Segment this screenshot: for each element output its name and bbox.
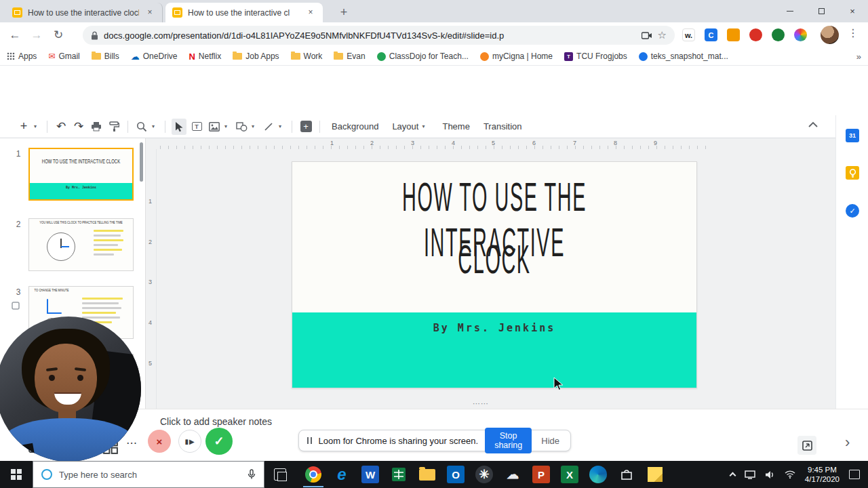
slide-thumbnail-1[interactable]: How to use the interactive clock By Mrs.… <box>28 148 134 201</box>
tab-close-icon[interactable]: × <box>144 7 155 18</box>
notes-resize-handle[interactable]: ⋯⋯ <box>473 399 489 408</box>
print-button[interactable] <box>89 119 104 135</box>
extension-green-icon[interactable] <box>772 28 785 41</box>
browser-tab-1[interactable]: How to use the interactive clock × <box>5 3 163 22</box>
network-tray-icon[interactable] <box>785 470 795 479</box>
window-minimize-button[interactable] <box>774 0 806 22</box>
tab-close-icon[interactable]: × <box>305 7 316 18</box>
taskbar-chrome-icon[interactable] <box>304 466 322 483</box>
bookmark-star-icon[interactable]: ☆ <box>658 29 667 41</box>
insert-placeholder-button[interactable]: + <box>298 119 313 135</box>
filmstrip-overflow-icon[interactable]: ⋯ <box>126 436 137 449</box>
volume-tray-icon[interactable] <box>765 470 775 479</box>
undo-button[interactable]: ↶ <box>54 119 68 135</box>
browser-menu-icon[interactable]: ⋮ <box>848 26 859 39</box>
extension-w-icon[interactable]: w. <box>682 28 695 41</box>
extension-c-icon[interactable]: C <box>705 28 717 41</box>
bookmark-evan[interactable]: Evan <box>334 52 365 61</box>
redo-button[interactable]: ↷ <box>71 119 86 135</box>
taskbar-sheets-grid-icon[interactable] <box>390 466 408 483</box>
browser-tab-2[interactable]: How to use the interactive cl × <box>165 3 323 22</box>
loom-cancel-button[interactable]: × <box>148 430 171 453</box>
textbox-tool-button[interactable]: T <box>189 119 204 135</box>
shape-caret[interactable]: ▾ <box>252 123 258 129</box>
bookmark-mycigna[interactable]: myCigna | Home <box>480 52 553 61</box>
reload-button[interactable]: ↻ <box>47 28 69 42</box>
scroll-right-icon[interactable]: › <box>845 434 850 451</box>
bookmark-tcu[interactable]: T TCU Frogjobs <box>564 52 627 61</box>
layout-button[interactable]: Layout▾ <box>387 119 434 135</box>
slide-thumbnail-2[interactable]: You will use this clock to practice tell… <box>28 218 134 271</box>
loom-finish-button[interactable]: ✓ <box>205 428 233 455</box>
bookmark-label: Apps <box>18 52 37 61</box>
taskbar-search[interactable]: Type here to search <box>33 461 264 488</box>
select-tool-button[interactable] <box>172 119 186 135</box>
tasks-panel-icon[interactable]: ✓ <box>846 204 859 218</box>
bookmark-work[interactable]: Work <box>291 52 323 61</box>
bookmark-onedrive[interactable]: ☁ OneDrive <box>131 52 178 62</box>
slide-title[interactable]: clock <box>337 237 652 283</box>
background-button[interactable]: Background <box>326 119 384 135</box>
start-button[interactable] <box>11 469 22 480</box>
hide-banner-button[interactable]: Hide <box>538 436 562 446</box>
taskbar-edge-icon[interactable]: e <box>333 466 351 483</box>
taskbar-meeting-icon[interactable]: ✳ <box>475 466 493 483</box>
slide-byline[interactable]: By Mrs. Jenkins <box>292 322 696 334</box>
extension-wheel-icon[interactable] <box>794 28 807 41</box>
task-view-button[interactable] <box>274 468 286 481</box>
window-maximize-button[interactable] <box>806 0 837 22</box>
action-center-icon[interactable] <box>849 470 860 479</box>
taskbar-outlook-icon[interactable]: O <box>447 466 465 483</box>
back-button[interactable]: ← <box>4 28 26 42</box>
bookmark-jobapps[interactable]: Job Apps <box>233 52 279 61</box>
bookmark-netflix[interactable]: N Netflix <box>189 52 221 62</box>
extension-cube-icon[interactable] <box>727 28 740 41</box>
taskbar-onedrive-icon[interactable]: ☁ <box>504 466 521 483</box>
speaker-notes-placeholder[interactable]: Click to add speaker notes <box>160 416 272 427</box>
taskbar-explorer-icon[interactable] <box>418 466 436 483</box>
taskbar-stickynotes-icon[interactable] <box>646 466 664 483</box>
taskbar-powerpoint-icon[interactable]: P <box>532 466 550 483</box>
stop-sharing-button[interactable]: Stop sharing <box>485 428 532 453</box>
tray-expand-icon[interactable] <box>729 472 736 479</box>
calendar-panel-icon[interactable]: 31 <box>846 129 859 142</box>
toolbar-collapse-icon[interactable] <box>808 121 818 127</box>
filmstrip-scrollbar[interactable] <box>140 142 143 182</box>
new-slide-caret[interactable]: ▾ <box>34 123 41 129</box>
theme-button[interactable]: Theme <box>437 119 475 135</box>
new-tab-button[interactable]: + <box>335 4 353 22</box>
url-omnibox[interactable]: docs.google.com/presentation/d/1di-o4L81… <box>83 26 675 45</box>
slide-accent-band[interactable]: By Mrs. Jenkins <box>292 312 696 388</box>
taskbar-store-icon[interactable] <box>618 466 635 483</box>
transition-button[interactable]: Transition <box>478 119 528 135</box>
bookmark-bills[interactable]: Bills <box>92 52 119 61</box>
shape-tool-button[interactable] <box>234 119 249 135</box>
taskbar-clock[interactable]: 9:45 PM 4/17/2020 <box>805 465 840 484</box>
bookmark-teks[interactable]: teks_snapshot_mat... <box>639 52 728 61</box>
microphone-icon[interactable] <box>248 469 256 480</box>
bookmarks-overflow-icon[interactable]: » <box>856 52 861 62</box>
slide-page[interactable]: How to use the interactive clock By Mrs.… <box>292 161 697 388</box>
extension-red-icon[interactable] <box>749 28 762 41</box>
bookmark-gmail[interactable]: ✉ Gmail <box>48 52 79 61</box>
browser-profile-avatar[interactable] <box>821 26 839 44</box>
open-speaker-notes-button[interactable] <box>797 436 816 455</box>
paint-format-button[interactable] <box>106 119 121 135</box>
taskbar-excel-icon[interactable]: X <box>561 466 578 483</box>
image-tool-button[interactable] <box>207 119 222 135</box>
taskbar-word-icon[interactable]: W <box>361 466 379 483</box>
zoom-caret[interactable]: ▾ <box>152 123 159 129</box>
image-caret[interactable]: ▾ <box>224 123 231 129</box>
bookmark-classdojo[interactable]: ClassDojo for Teach... <box>377 52 469 61</box>
line-caret[interactable]: ▾ <box>279 123 285 129</box>
keep-panel-icon[interactable] <box>846 166 859 180</box>
zoom-button[interactable] <box>134 119 149 135</box>
new-slide-button[interactable]: + <box>16 119 31 135</box>
display-tray-icon[interactable] <box>745 470 755 479</box>
loom-resume-button[interactable]: ▮▶ <box>178 430 201 453</box>
window-close-button[interactable]: × <box>837 0 868 22</box>
forward-button[interactable]: → <box>26 28 47 42</box>
bookmark-apps[interactable]: Apps <box>7 52 37 61</box>
line-tool-button[interactable] <box>261 119 276 135</box>
taskbar-edge-new-icon[interactable] <box>589 466 607 483</box>
